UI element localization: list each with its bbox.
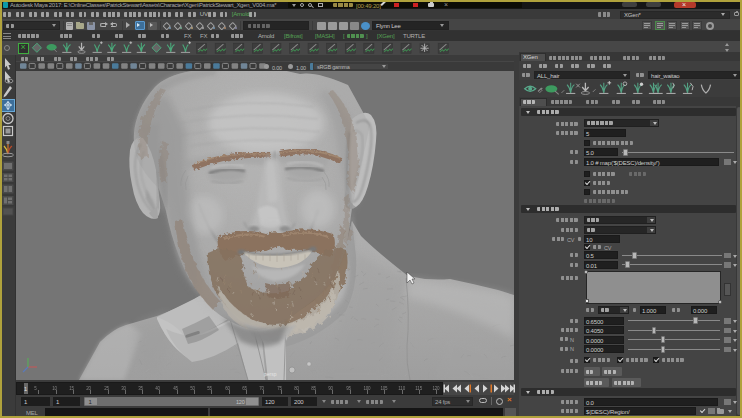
svg-text:persp: persp [264,371,277,377]
